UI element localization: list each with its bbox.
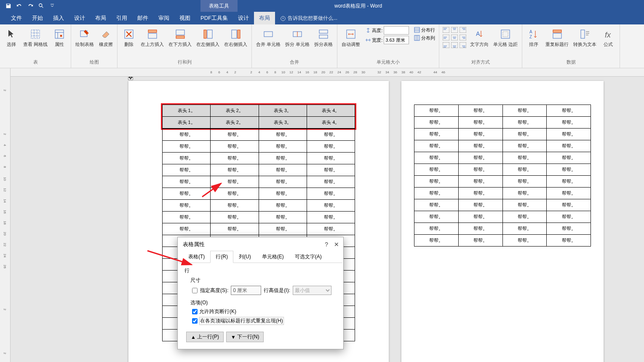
ribbon: 选择 查看 网格线 属性 表 绘制表格 橡皮擦 绘图 删除 在上方插入 在下方插…: [0, 24, 644, 68]
tab-design[interactable]: 设计: [69, 12, 90, 24]
table-properties-dialog: 表格属性 ? ✕ 表格(T) 行(R) 列(U) 单元格(E) 可选文字(A) …: [177, 237, 344, 349]
repeat-header-button[interactable]: 重复标题行: [544, 26, 570, 48]
dialog-tab-row[interactable]: 行(R): [210, 251, 233, 263]
tab-references[interactable]: 引用: [111, 12, 132, 24]
tab-pdf[interactable]: PDF工具集: [195, 12, 233, 24]
svg-rect-32: [501, 30, 510, 38]
align-tc[interactable]: [450, 26, 459, 34]
tab-review[interactable]: 审阅: [153, 12, 174, 24]
height-row: 高度:: [366, 26, 409, 35]
eraser-button[interactable]: 橡皮擦: [97, 26, 115, 48]
svg-rect-9: [176, 30, 184, 35]
ribbon-group-draw: 绘制表格 橡皮擦 绘图: [71, 24, 118, 68]
insert-above-button[interactable]: 在上方插入: [139, 26, 166, 48]
dialog-title-text: 表格属性: [183, 241, 205, 248]
svg-rect-38: [581, 30, 585, 38]
next-row-button[interactable]: ▼ 下一行(N): [226, 332, 264, 342]
allow-break-checkbox[interactable]: [192, 309, 198, 314]
align-mc[interactable]: [450, 34, 459, 41]
align-mr[interactable]: [459, 34, 467, 41]
height-value-input[interactable]: [231, 286, 261, 295]
width-input[interactable]: [384, 36, 409, 44]
draw-table-button[interactable]: 绘制表格: [74, 26, 96, 48]
repeat-header-checkbox[interactable]: [192, 318, 198, 324]
tab-table-layout[interactable]: 布局: [254, 12, 275, 24]
undo-button[interactable]: [14, 1, 24, 11]
svg-point-0: [39, 4, 42, 7]
svg-rect-4: [55, 30, 64, 38]
save-button[interactable]: [3, 1, 13, 11]
svg-rect-18: [319, 35, 328, 38]
height-input[interactable]: [384, 26, 409, 35]
allow-break-label: 允许跨页断行(K): [199, 308, 236, 315]
align-ml[interactable]: [442, 34, 450, 41]
delete-button[interactable]: 删除: [120, 26, 138, 48]
dialog-tab-alttext[interactable]: 可选文字(A): [289, 251, 327, 263]
sort-button[interactable]: AZ排序: [525, 26, 542, 48]
ribbon-group-draw-label: 绘图: [90, 59, 99, 66]
tell-me-search[interactable]: 告诉我您想要做什么...: [275, 12, 342, 24]
select-button[interactable]: 选择: [3, 26, 20, 48]
tab-insert[interactable]: 插入: [48, 12, 69, 24]
ribbon-group-table-label: 表: [33, 59, 38, 66]
ribbon-group-rows-cols: 删除 在上方插入 在下方插入 在左侧插入 在右侧插入 行和列: [118, 24, 252, 68]
tell-me-label: 告诉我您想要做什么...: [288, 15, 337, 22]
align-tl[interactable]: [442, 26, 450, 34]
convert-text-button[interactable]: 转换为文本: [572, 26, 598, 48]
width-row: 宽度:: [366, 36, 409, 44]
print-preview-button[interactable]: [36, 1, 46, 11]
formula-button[interactable]: fx公式: [599, 26, 617, 48]
align-tr[interactable]: [459, 26, 467, 34]
insert-right-button[interactable]: 在右侧插入: [222, 26, 249, 48]
ribbon-group-data-label: 数据: [567, 59, 576, 66]
ribbon-group-data: AZ排序 重复标题行 转换为文本 fx公式 数据: [522, 24, 620, 68]
dialog-tab-table[interactable]: 表格(T): [183, 251, 210, 263]
svg-rect-8: [148, 30, 157, 32]
text-direction-button[interactable]: A文字方向: [468, 26, 490, 48]
merge-cells-button[interactable]: 合并 单元格: [254, 26, 282, 48]
tab-view[interactable]: 视图: [174, 12, 195, 24]
svg-rect-25: [443, 35, 449, 40]
autofit-button[interactable]: 自动调整: [340, 26, 362, 48]
insert-below-button[interactable]: 在下方插入: [167, 26, 193, 48]
redo-button[interactable]: [25, 1, 35, 11]
split-cells-button[interactable]: 拆分 单元格: [283, 26, 311, 48]
document-title: word表格应用 - Word: [334, 3, 382, 10]
tab-home[interactable]: 开始: [27, 12, 48, 24]
prev-row-button[interactable]: ▲ 上一行(P): [186, 332, 224, 342]
table-move-handle[interactable]: ✥: [128, 77, 133, 80]
align-bc[interactable]: [450, 41, 459, 49]
align-bl[interactable]: [442, 41, 450, 49]
specify-height-checkbox[interactable]: [192, 288, 198, 293]
tab-table-design[interactable]: 设计: [233, 12, 254, 24]
tab-layout[interactable]: 布局: [90, 12, 111, 24]
ribbon-group-cellsize-label: 单元格大小: [377, 59, 400, 66]
svg-rect-7: [148, 33, 157, 38]
workspace: L 22468101214161820222426224 86422468101…: [0, 68, 644, 362]
svg-rect-23: [451, 27, 458, 33]
split-table-button[interactable]: 拆分表格: [313, 26, 334, 48]
options-heading: 选项(O): [190, 299, 337, 306]
specify-height-label: 指定高度(S):: [200, 287, 228, 294]
doc-table-2[interactable]: 帮帮。帮帮。帮帮。帮帮。帮帮。帮帮。帮帮。帮帮。帮帮。帮帮。帮帮。帮帮。帮帮。帮…: [414, 105, 591, 247]
dialog-help-button[interactable]: ?: [325, 241, 328, 248]
align-br[interactable]: [459, 41, 467, 49]
qat-dropdown[interactable]: [47, 1, 57, 11]
repeat-header-label: 在各页顶端以标题行形式重复出现(H): [199, 317, 284, 325]
svg-rect-12: [204, 30, 206, 38]
height-type-select[interactable]: 最小值: [293, 286, 331, 295]
doc-table-1[interactable]: 表头 1。表头 2。表头 3。表头 4。表头 1。表头 2。表头 3。表头 4。: [162, 105, 355, 129]
svg-rect-20: [414, 27, 420, 32]
dialog-tab-column[interactable]: 列(U): [233, 251, 257, 263]
ribbon-group-rowscols-label: 行和列: [178, 59, 192, 66]
insert-left-button[interactable]: 在左侧插入: [195, 26, 221, 48]
tab-file[interactable]: 文件: [6, 12, 27, 24]
distribute-rows-button[interactable]: 分布行: [413, 26, 436, 34]
view-gridlines-button[interactable]: 查看 网格线: [21, 26, 49, 48]
properties-button[interactable]: 属性: [51, 26, 68, 48]
dialog-close-button[interactable]: ✕: [334, 241, 339, 248]
dialog-tab-cell[interactable]: 单元格(E): [257, 251, 289, 263]
cell-margins-button[interactable]: 单元格 边距: [492, 26, 519, 48]
tab-mailings[interactable]: 邮件: [132, 12, 153, 24]
distribute-cols-button[interactable]: 分布列: [413, 34, 436, 42]
